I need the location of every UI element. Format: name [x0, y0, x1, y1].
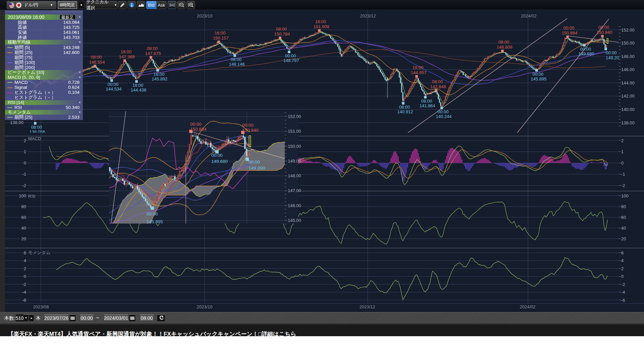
svg-text:1: 1: [621, 149, 624, 154]
svg-text:08:00: 08:00: [421, 99, 432, 104]
svg-text:2023/10: 2023/10: [197, 13, 213, 18]
svg-text:16:00: 16:00: [315, 19, 326, 24]
svg-text:145.892: 145.892: [152, 76, 168, 81]
svg-text:149.200: 149.200: [249, 166, 265, 171]
svg-text:0: 0: [24, 161, 26, 166]
svg-text:08:00: 08:00: [91, 55, 102, 60]
svg-text:00:00: 00:00: [249, 160, 260, 165]
svg-text:08:00: 08:00: [31, 125, 42, 130]
svg-text:00:00: 00:00: [564, 25, 575, 31]
svg-text:144.957: 144.957: [411, 70, 427, 75]
svg-text:-2: -2: [22, 183, 26, 188]
svg-text:145.895: 145.895: [531, 76, 547, 81]
svg-text:100: 100: [621, 193, 629, 198]
svg-text:40: 40: [21, 226, 26, 231]
svg-text:00:00: 00:00: [580, 47, 591, 52]
svg-text:144.00: 144.00: [621, 80, 635, 85]
svg-text:144.436: 144.436: [131, 87, 147, 93]
svg-text:-1: -1: [22, 172, 26, 177]
svg-text:-1: -1: [621, 172, 625, 177]
svg-text:142.00: 142.00: [621, 94, 635, 99]
svg-text:100: 100: [19, 193, 26, 198]
svg-text:152.00: 152.00: [621, 27, 635, 33]
svg-text:16:00: 16:00: [413, 65, 424, 70]
svg-text:-2: -2: [22, 282, 26, 287]
svg-text:RSI: RSI: [28, 194, 36, 199]
svg-text:6: 6: [621, 250, 624, 255]
svg-text:149.00: 149.00: [288, 159, 301, 164]
svg-text:16:00: 16:00: [215, 31, 226, 36]
svg-text:-6: -6: [22, 298, 26, 303]
svg-text:2024/02: 2024/02: [520, 304, 536, 309]
svg-text:08:00: 08:00: [147, 46, 158, 51]
svg-text:142.848: 142.848: [430, 84, 446, 89]
svg-text:00:00: 00:00: [598, 25, 609, 30]
svg-text:モメンタム: モメンタム: [28, 250, 51, 255]
svg-text:00:00: 00:00: [108, 82, 119, 87]
svg-text:2: 2: [621, 266, 624, 271]
svg-text:2023/08: 2023/08: [33, 304, 49, 309]
svg-text:150.840: 150.840: [242, 128, 259, 133]
svg-text:148.797: 148.797: [283, 58, 299, 63]
svg-text:00:00: 00:00: [285, 53, 296, 58]
svg-text:-2: -2: [621, 183, 625, 188]
svg-text:08:00: 08:00: [231, 57, 242, 62]
svg-text:0: 0: [621, 274, 624, 279]
svg-text:40: 40: [621, 226, 626, 231]
svg-text:147.00: 147.00: [288, 188, 301, 193]
svg-text:0: 0: [24, 274, 26, 279]
svg-text:146.554: 146.554: [89, 60, 105, 65]
svg-text:148.00: 148.00: [621, 54, 635, 59]
svg-text:146.00: 146.00: [288, 203, 301, 208]
svg-text:16:00: 16:00: [121, 49, 132, 54]
svg-text:141.864: 141.864: [420, 103, 435, 108]
svg-text:60: 60: [21, 215, 26, 220]
svg-text:138.00: 138.00: [10, 120, 23, 125]
svg-text:20: 20: [21, 236, 26, 241]
svg-text:148.00: 148.00: [288, 173, 301, 178]
svg-text:00:00: 00:00: [606, 50, 617, 55]
svg-text:0: 0: [621, 161, 624, 166]
svg-text:150.00: 150.00: [288, 144, 301, 149]
svg-text:4: 4: [24, 258, 26, 263]
svg-text:2023/12: 2023/12: [360, 13, 376, 18]
svg-text:140.00: 140.00: [621, 107, 635, 112]
svg-text:147.875: 147.875: [145, 51, 161, 56]
svg-text:60: 60: [621, 215, 626, 220]
svg-text:6: 6: [24, 250, 26, 255]
svg-text:151.00: 151.00: [288, 129, 301, 134]
svg-text:2: 2: [621, 138, 624, 143]
svg-text:20: 20: [621, 236, 626, 241]
svg-text:140.244: 140.244: [436, 114, 452, 119]
svg-text:00:00: 00:00: [211, 153, 223, 158]
svg-text:145.00: 145.00: [288, 218, 301, 223]
svg-text:4: 4: [621, 258, 624, 263]
svg-text:00:00: 00:00: [190, 122, 202, 127]
svg-text:2023/12: 2023/12: [360, 304, 375, 309]
svg-text:2023/10: 2023/10: [197, 304, 213, 309]
svg-text:00:00: 00:00: [533, 72, 544, 77]
svg-text:-2: -2: [621, 282, 625, 287]
svg-text:08:00: 08:00: [498, 40, 509, 45]
svg-text:150.884: 150.884: [190, 127, 207, 132]
svg-text:149.680: 149.680: [579, 51, 594, 56]
svg-text:16:00: 16:00: [154, 72, 165, 77]
svg-text:144.534: 144.534: [106, 86, 122, 92]
svg-text:2: 2: [24, 138, 26, 143]
svg-text:150.784: 150.784: [274, 32, 290, 37]
svg-text:138.00: 138.00: [621, 120, 635, 125]
svg-text:08:00: 08:00: [432, 79, 443, 84]
svg-text:146.00: 146.00: [621, 67, 635, 72]
svg-text:148.146: 148.146: [229, 62, 245, 67]
svg-text:150.00: 150.00: [621, 41, 635, 46]
svg-text:80: 80: [621, 204, 626, 209]
svg-text:-4: -4: [621, 290, 625, 295]
svg-text:80: 80: [21, 204, 26, 209]
svg-text:16:00: 16:00: [132, 83, 144, 88]
svg-text:147.369: 147.369: [119, 54, 135, 59]
svg-text:-6: -6: [621, 298, 625, 303]
svg-text:-4: -4: [22, 290, 26, 295]
svg-text:150.840: 150.840: [597, 30, 612, 35]
svg-text:145.895: 145.895: [147, 219, 163, 224]
svg-text:150.884: 150.884: [562, 31, 578, 36]
